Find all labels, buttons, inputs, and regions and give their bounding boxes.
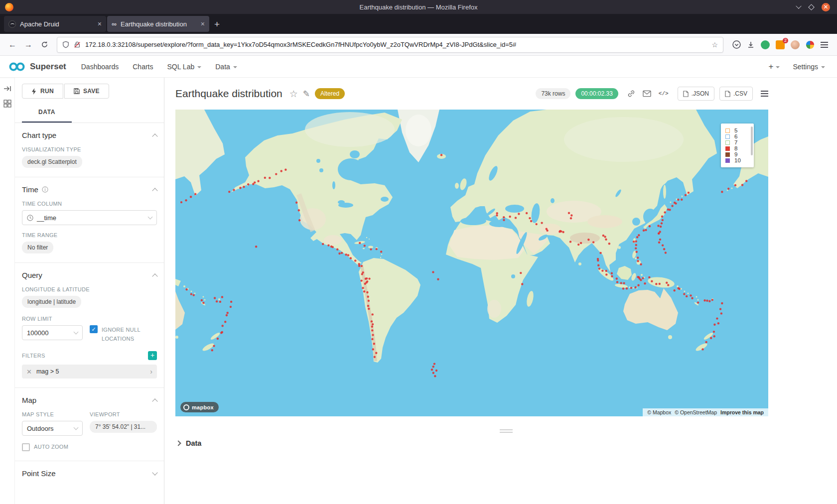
nav-item-data[interactable]: Data <box>215 63 237 71</box>
auto-zoom-checkbox[interactable] <box>22 443 30 451</box>
tab-earthquake-distribution[interactable]: ∞ Earthquake distribution × <box>107 16 209 32</box>
expand-panel-icon[interactable] <box>3 85 11 93</box>
section-header[interactable]: Map <box>22 396 157 404</box>
resize-handle[interactable] <box>500 429 513 433</box>
lonlat-value[interactable]: longitude | latitude <box>22 296 81 308</box>
chevron-up-icon[interactable] <box>152 399 157 404</box>
embed-code-icon[interactable]: </> <box>659 91 669 97</box>
save-button[interactable]: SAVE <box>64 84 109 99</box>
extension-pinwheel-icon[interactable] <box>806 40 815 49</box>
map-style-label: MAP STYLE <box>22 411 83 417</box>
back-icon[interactable]: ← <box>5 37 20 52</box>
legend-item[interactable]: 9 <box>725 151 747 157</box>
legend-item[interactable]: 7 <box>725 139 747 145</box>
superset-favicon-icon: ∞ <box>112 20 117 27</box>
filter-chip[interactable]: ✕ mag > 5 › <box>22 365 157 378</box>
control-panel: RUN SAVE DATA Chart type VISUALIZATION T… <box>15 78 164 504</box>
map-style-select[interactable]: Outdoors <box>22 421 83 436</box>
chevron-down-icon <box>821 66 825 68</box>
tab-close-icon[interactable]: × <box>201 20 205 28</box>
reload-icon[interactable] <box>37 37 52 52</box>
viewport-value[interactable]: 7° 35' 54.02" | 31... <box>90 421 157 433</box>
share-link-icon[interactable] <box>627 90 635 98</box>
forward-icon[interactable]: → <box>21 37 36 52</box>
nav-item-charts[interactable]: Charts <box>133 63 153 71</box>
mapbox-logo[interactable]: mapbox <box>180 402 219 412</box>
remove-filter-icon[interactable]: ✕ <box>26 368 32 376</box>
legend-item[interactable]: 8 <box>725 145 747 151</box>
chevron-up-icon[interactable] <box>152 273 157 279</box>
settings-menu[interactable]: Settings <box>793 63 825 71</box>
legend-item[interactable]: 10 <box>725 157 747 163</box>
tab-apache-druid[interactable]: Apache Druid × <box>4 16 106 32</box>
browser-toolbar: ← → 172.18.0.3:32108/superset/explore/?f… <box>0 34 837 56</box>
tab-label: Apache Druid <box>20 20 94 28</box>
maximize-icon[interactable] <box>808 4 815 10</box>
nav-item-dashboards[interactable]: Dashboards <box>81 63 119 71</box>
new-item-button[interactable]: + <box>768 62 780 72</box>
edit-pencil-icon[interactable]: ✎ <box>303 89 310 99</box>
chevron-down-icon[interactable] <box>152 470 157 475</box>
download-icon[interactable] <box>747 41 755 49</box>
tab-data[interactable]: DATA <box>22 104 72 123</box>
legend-swatch-icon <box>725 158 730 163</box>
data-results-toggle[interactable]: Data <box>175 439 837 447</box>
time-range-value[interactable]: No filter <box>22 242 53 253</box>
profile-avatar[interactable] <box>791 40 800 49</box>
panel-body: Chart type VISUALIZATION TYPE deck.gl Sc… <box>15 123 164 504</box>
window-title: Earthquake distribution — Mozilla Firefo… <box>0 3 837 11</box>
datasource-grid-icon[interactable] <box>3 100 11 108</box>
extension-orange-icon[interactable]: 2 <box>776 40 785 49</box>
attribution-mapbox[interactable]: © Mapbox <box>647 409 671 415</box>
menu-icon[interactable] <box>821 42 828 48</box>
export-csv-button[interactable]: .CSV <box>719 87 753 101</box>
chart-menu-icon[interactable] <box>761 91 768 97</box>
section-header[interactable]: Query <box>22 271 157 279</box>
tab-close-icon[interactable]: × <box>98 20 102 28</box>
url-bar[interactable]: 172.18.0.3:32108/superset/explore/?form_… <box>57 37 723 53</box>
minimize-icon[interactable] <box>796 3 801 8</box>
chevron-down-icon <box>74 425 79 430</box>
map-legend[interactable]: 5678910 <box>721 124 754 167</box>
section-point-size: Point Size <box>15 461 164 487</box>
legend-item[interactable]: 5 <box>725 127 747 133</box>
section-header[interactable]: Point Size <box>22 469 157 478</box>
file-icon <box>683 91 689 97</box>
section-header[interactable]: Time <box>22 185 157 194</box>
legend-swatch-icon <box>725 140 730 145</box>
row-limit-select[interactable]: 100000 <box>22 325 83 340</box>
extension-green-icon[interactable] <box>761 40 770 49</box>
map-attribution: © Mapbox © OpenStreetMap Improve this ma… <box>643 408 768 416</box>
attribution-osm[interactable]: © OpenStreetMap <box>675 409 717 415</box>
legend-scrollbar[interactable] <box>751 126 753 155</box>
attribution-improve-link[interactable]: Improve this map <box>720 409 764 415</box>
filters-label: FILTERS <box>22 353 45 359</box>
email-icon[interactable] <box>643 90 651 97</box>
section-header[interactable]: Chart type <box>22 131 157 139</box>
close-icon[interactable]: ✕ <box>822 3 830 11</box>
tracking-shield-icon[interactable] <box>62 41 69 48</box>
legend-swatch-icon <box>725 134 730 139</box>
export-json-button[interactable]: .JSON <box>678 87 714 101</box>
section-time: Time TIME COLUMN __time TIME RANGE No fi… <box>15 177 164 263</box>
chevron-right-icon <box>175 440 181 446</box>
file-icon <box>725 91 730 97</box>
nav-item-sqllab[interactable]: SQL Lab <box>167 63 201 71</box>
insecure-lock-icon[interactable] <box>74 41 81 48</box>
ignore-null-checkbox[interactable]: ✓ <box>90 325 98 333</box>
run-button[interactable]: RUN <box>22 84 63 99</box>
chevron-up-icon[interactable] <box>152 188 157 193</box>
time-column-select[interactable]: __time <box>22 210 157 225</box>
bookmark-star-icon[interactable]: ☆ <box>711 41 718 49</box>
deckgl-map[interactable]: 5678910 mapbox © Mapbox © OpenStreetMap … <box>175 110 768 416</box>
legend-item[interactable]: 6 <box>725 133 747 139</box>
collapsed-datasource-strip <box>0 78 15 504</box>
new-tab-button[interactable]: + <box>214 19 220 30</box>
favorite-star-icon[interactable]: ☆ <box>289 88 298 100</box>
pocket-icon[interactable] <box>732 40 741 49</box>
add-filter-button[interactable]: + <box>148 351 157 360</box>
viz-type-value[interactable]: deck.gl Scatterplot <box>22 156 82 168</box>
url-text[interactable]: 172.18.0.3:32108/superset/explore/?form_… <box>85 41 707 48</box>
chevron-up-icon[interactable] <box>152 133 157 139</box>
superset-logo[interactable]: Superset <box>8 61 66 72</box>
